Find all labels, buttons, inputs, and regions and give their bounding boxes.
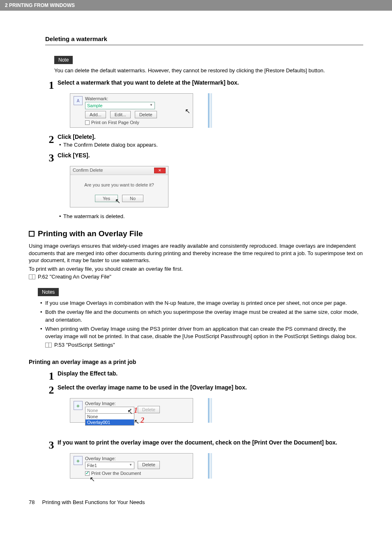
overlay-delete-button[interactable]: Delete xyxy=(138,406,160,413)
note-text: You can delete the default watermarks. H… xyxy=(54,67,363,74)
no-button[interactable]: No xyxy=(122,195,143,202)
page-footer: 78 Printing with Best Functions for Your… xyxy=(29,499,363,505)
overlay-para1: Using image overlays ensures that widely… xyxy=(29,242,363,264)
step-number: 2 xyxy=(45,384,58,396)
overlay-image-label: Overlay Image: xyxy=(85,401,189,406)
overlay-icon: ◈ xyxy=(74,401,83,410)
note-item: If you use Image Overlays in combination… xyxy=(38,299,363,307)
yes-button[interactable]: Yes xyxy=(95,195,118,202)
step-number: 3 xyxy=(45,439,58,451)
watermark-icon: A xyxy=(74,96,83,105)
overlay-para2: To print with an overlay file, you shoul… xyxy=(29,265,363,273)
step-title: Click [YES]. xyxy=(58,152,363,159)
overlay-delete-button[interactable]: Delete xyxy=(138,461,160,469)
step-number: 1 xyxy=(45,370,58,382)
step-bullet: The Confirm Delete dialog box appears. xyxy=(58,142,363,148)
overlay-step-3: 3 If you want to print the overlay image… xyxy=(45,439,363,451)
book-icon xyxy=(29,274,35,279)
red-callout-2: 2 xyxy=(141,416,144,425)
step-number: 2 xyxy=(45,134,58,150)
cursor-icon: ↖ xyxy=(134,418,139,426)
overlay-step-2: 2 Select the overlay image name to be us… xyxy=(45,384,363,396)
figure-overlay-select: ◈ Overlay Image: None None Overlay001 xyxy=(70,398,201,423)
watermark-label: Watermark: xyxy=(85,96,189,101)
chapter-header: 2 PRINTING FROM WINDOWS xyxy=(0,0,392,11)
step-bullet: The watermark is deleted. xyxy=(58,213,363,219)
step-1: 1 Select a watermark that you want to de… xyxy=(45,79,363,91)
add-button[interactable]: Add... xyxy=(85,111,106,118)
first-page-only-checkbox[interactable] xyxy=(85,120,90,125)
heading-underline xyxy=(45,45,363,45)
cursor-icon: ↖ xyxy=(127,408,133,416)
step-title: Select a watermark that you want to dele… xyxy=(58,79,363,86)
book-icon xyxy=(45,343,52,348)
red-callout-1: 1 xyxy=(134,406,138,415)
page-number: 78 xyxy=(29,499,35,505)
overlay-icon: ◈ xyxy=(74,456,83,465)
figure-confirm-dialog: Confirm Delete ✕ Are you sure you want t… xyxy=(70,166,177,207)
note-item: When printing with Overlay Image using t… xyxy=(38,325,363,340)
dialog-message: Are you sure you want to delete it? xyxy=(75,182,163,187)
step-number: 1 xyxy=(45,79,58,91)
step-title: Display the Effect tab. xyxy=(58,370,363,377)
notes-label: Notes xyxy=(38,288,59,296)
overlay-dropdown: None Overlay001 xyxy=(85,413,134,426)
overlay-image-select[interactable]: File1 xyxy=(85,462,134,469)
note-label: Note xyxy=(54,56,73,64)
dialog-title: Confirm Delete xyxy=(73,168,103,173)
delete-button[interactable]: Delete xyxy=(135,111,157,118)
subsection-heading-printing-overlay: Printing an overlay image as a print job xyxy=(29,359,363,365)
cross-reference: P.53 "PostScript Settings" xyxy=(29,342,363,348)
step-title: Select the overlay image name to be used… xyxy=(58,384,363,391)
overlay-step-1: 1 Display the Effect tab. xyxy=(45,370,363,382)
cross-reference: P.62 "Creating An Overlay File" xyxy=(29,274,363,280)
ref-text: P.62 "Creating An Overlay File" xyxy=(38,274,111,280)
page-content: Deleting a watermark Note You can delete… xyxy=(0,11,392,518)
note-item: Both the overlay file and the documents … xyxy=(38,309,363,323)
step-title: Click [Delete]. xyxy=(58,134,363,140)
cursor-icon: ↖ xyxy=(185,107,190,115)
overlay-heading-text: Printing with an Overlay File xyxy=(38,229,143,238)
close-icon[interactable]: ✕ xyxy=(154,168,166,173)
step-3: 3 Click [YES]. xyxy=(45,152,363,164)
figure-watermark-box: A Watermark: Sample Add... Edit... Delet… xyxy=(70,93,201,128)
step-2: 2 Click [Delete]. The Confirm Delete dia… xyxy=(45,134,363,150)
cursor-icon: ↖ xyxy=(90,475,95,483)
footer-text: Printing with Best Functions for Your Ne… xyxy=(42,499,145,505)
step-title: If you want to print the overlay image o… xyxy=(58,439,363,446)
overlay-image-label: Overlay Image: xyxy=(85,456,189,461)
figure-print-over-document: ◈ Overlay Image: File1 Delete Print Over… xyxy=(70,453,201,479)
print-over-document-label: Print Over the Document xyxy=(91,471,141,476)
first-page-only-label: Print on First Page Only xyxy=(91,120,139,125)
cursor-icon: ↖ xyxy=(115,197,120,205)
notes-list: If you use Image Overlays in combination… xyxy=(38,299,363,340)
step-number: 3 xyxy=(45,152,58,164)
square-bullet-icon xyxy=(29,231,35,237)
edit-button[interactable]: Edit... xyxy=(110,111,131,118)
ref-text: P.53 "PostScript Settings" xyxy=(54,342,115,348)
print-over-document-checkbox[interactable] xyxy=(85,471,90,476)
overlay-option-none[interactable]: None xyxy=(85,414,134,419)
section-heading-deleting-watermark: Deleting a watermark xyxy=(45,35,363,42)
overlay-option-overlay001[interactable]: Overlay001 xyxy=(85,419,134,425)
watermark-select[interactable]: Sample xyxy=(85,102,155,109)
section-heading-overlay: Printing with an Overlay File xyxy=(29,229,363,238)
